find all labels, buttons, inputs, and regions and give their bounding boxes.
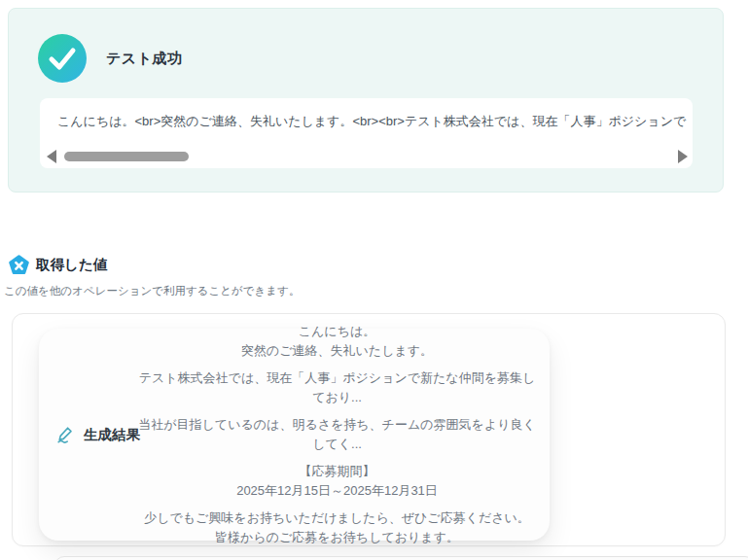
result-card: 生成結果 こんにちは。 突然のご連絡、失礼いたします。 テスト株式会社では、現在…: [12, 313, 726, 546]
result-label-text: 生成結果: [84, 426, 140, 444]
result-line: こんにちは。: [299, 324, 376, 338]
result-paragraph: 【応募期間】 2025年12月15日～2025年12月31日: [138, 462, 536, 501]
result-paragraph: テスト株式会社では、現在「人事」ポジションで新たな仲間を募集しており...: [138, 368, 536, 407]
success-title: テスト成功: [106, 50, 183, 68]
result-paragraph: こんにちは。 突然のご連絡、失礼いたします。: [138, 322, 536, 361]
result-line: 皆様からのご応募をお待ちしております。: [215, 530, 459, 544]
page: テスト成功 こんにちは。<br>突然のご連絡、失礼いたします。<br><br>テ…: [0, 0, 748, 560]
message-preview-box[interactable]: こんにちは。<br>突然のご連絡、失礼いたします。<br><br>テスト株式会社…: [40, 98, 693, 168]
values-title-row: 取得した値: [9, 255, 300, 275]
result-line: テスト株式会社では、現在「人事」ポジションで新たな仲間を募集しており...: [139, 370, 536, 404]
success-header: テスト成功: [38, 34, 183, 83]
result-text: こんにちは。 突然のご連絡、失礼いたします。 テスト株式会社では、現在「人事」ポ…: [138, 322, 550, 547]
scrollbar-track[interactable]: [64, 152, 670, 161]
values-description: この値を他のオペレーションで利用することができます。: [4, 284, 300, 298]
result-label: 生成結果: [39, 425, 138, 444]
result-line: 当社が目指しているのは、明るさを持ち、チームの雰囲気をより良くしてく...: [138, 417, 535, 451]
scroll-right-arrow-icon[interactable]: [677, 149, 689, 164]
next-card-partial: [54, 556, 748, 560]
scrollbar-thumb[interactable]: [64, 152, 189, 161]
retrieved-values-section: 取得した値 この値を他のオペレーションで利用することができます。: [4, 255, 300, 298]
check-icon: [38, 34, 87, 83]
horizontal-scrollbar[interactable]: [46, 149, 689, 164]
result-paragraph: 当社が目指しているのは、明るさを持ち、チームの雰囲気をより良くしてく...: [138, 415, 536, 454]
values-title: 取得した値: [36, 256, 107, 274]
result-paragraph: 少しでもご興味をお持ちいただけましたら、ぜひご応募ください。 皆様からのご応募を…: [138, 508, 536, 547]
message-preview-text: こんにちは。<br>突然のご連絡、失礼いたします。<br><br>テスト株式会社…: [40, 98, 693, 130]
pentagon-x-icon: [9, 255, 29, 275]
scroll-left-arrow-icon[interactable]: [46, 149, 57, 164]
result-line: 2025年12月15日～2025年12月31日: [236, 483, 438, 498]
result-line: 【応募期間】: [300, 464, 375, 478]
pen-signature-icon: [55, 425, 75, 444]
generation-result-box: 生成結果 こんにちは。 突然のご連絡、失礼いたします。 テスト株式会社では、現在…: [39, 329, 550, 541]
result-line: 突然のご連絡、失礼いたします。: [241, 343, 433, 358]
test-success-card: テスト成功 こんにちは。<br>突然のご連絡、失礼いたします。<br><br>テ…: [8, 8, 724, 192]
result-line: 少しでもご興味をお持ちいただけましたら、ぜひご応募ください。: [144, 510, 530, 525]
